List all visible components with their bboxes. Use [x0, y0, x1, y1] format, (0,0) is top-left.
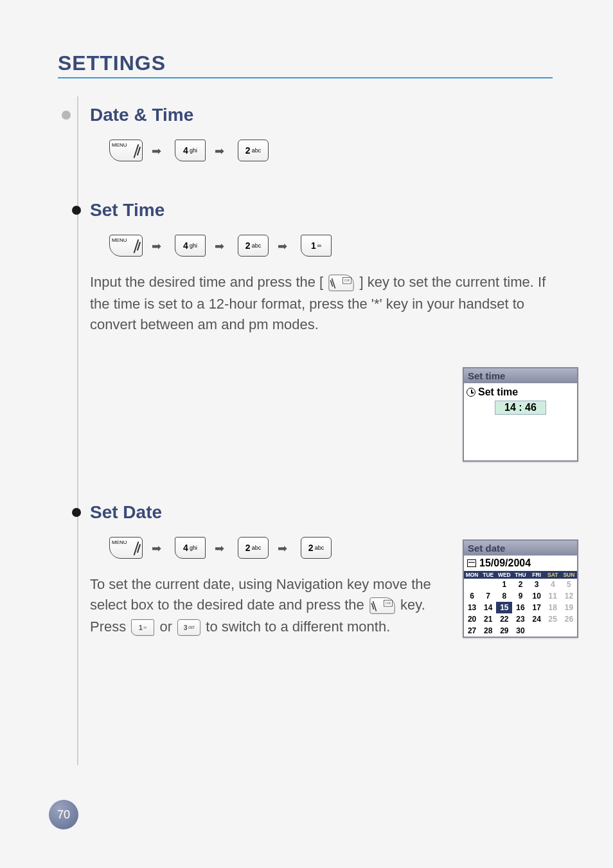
calendar-cell [464, 579, 480, 590]
calendar-cell: 2 [512, 579, 528, 590]
set-time-screenshot: Set time Set time 14 : 46 [463, 367, 578, 462]
calendar-cell: 17 [529, 602, 545, 613]
calendar-cell: 12 [561, 590, 577, 602]
dow-cell: FRI [529, 571, 545, 579]
calendar-cell: 1 [496, 579, 512, 590]
section-title-date-time: Date & Time [90, 105, 572, 125]
arrow-icon [152, 146, 166, 155]
calendar-cell: 20 [464, 613, 480, 625]
bullet-icon [72, 508, 81, 517]
calendar-cell: 8 [496, 590, 512, 602]
header-underline [58, 77, 553, 78]
calendar-cell: 30 [512, 625, 528, 637]
dow-cell: TUE [480, 571, 496, 579]
page-title: SETTINGS [58, 51, 166, 79]
section-title-set-date: Set Date [90, 502, 572, 523]
section-set-date: Set Date MENU 4ghi 2abc 2abc To set the [58, 502, 572, 638]
ok-key-icon: OK [369, 597, 395, 614]
menu-key-label: MENU [112, 237, 127, 243]
calendar-cell: 3 [529, 579, 545, 590]
set-time-text-1: Input the desired time and press the [ [90, 274, 323, 290]
calendar-cell: 29 [496, 625, 512, 637]
page-number: 70 [49, 800, 78, 829]
menu-key-label: MENU [112, 539, 127, 545]
calendar-cell: 22 [496, 613, 512, 625]
dow-cell: SUN [561, 571, 577, 579]
calendar-cell: 24 [529, 613, 545, 625]
calendar-cell [545, 625, 561, 637]
calendar-cell: 23 [512, 613, 528, 625]
arrow-icon [215, 543, 229, 552]
arrow-icon [215, 146, 229, 155]
key-2: 2abc [238, 235, 269, 257]
date-heading: 15/09/2004 [479, 557, 531, 569]
page-content: SETTINGS Date & Time MENU 4ghi 2abc Set … [58, 51, 572, 638]
calendar-cell: 13 [464, 602, 480, 613]
time-value: 14 : 46 [495, 401, 546, 415]
menu-key-label: MENU [112, 142, 127, 148]
bullet-icon [72, 206, 81, 215]
calendar-cell: 6 [464, 590, 480, 602]
calendar-cell: 19 [561, 602, 577, 613]
phone-screen-set-time: Set time Set time 14 : 46 [463, 367, 578, 462]
key-2: 2abc [238, 140, 269, 161]
calendar-grid: 1234567891011121314151617181920212223242… [464, 579, 577, 637]
screen-heading: Set time [478, 386, 518, 398]
screen-heading-row: Set time [466, 386, 574, 398]
calendar-cell: 27 [464, 625, 480, 637]
set-date-text-4: to switch to a different month. [206, 619, 390, 635]
dow-cell: THU [512, 571, 528, 579]
menu-key-icon: MENU [109, 140, 143, 161]
section-set-time: Set Time MENU 4ghi 2abc 1∞ Input the des… [58, 200, 572, 335]
calendar-cell: 28 [480, 625, 496, 637]
key-1: 1∞ [301, 235, 332, 257]
calendar-cell: 26 [561, 613, 577, 625]
menu-key-icon: MENU [109, 235, 143, 257]
key-sequence-set-time: MENU 4ghi 2abc 1∞ [90, 235, 572, 257]
calendar-cell [529, 625, 545, 637]
clock-icon [466, 388, 475, 397]
key-4: 4ghi [175, 140, 206, 161]
calendar-cell: 16 [512, 602, 528, 613]
calendar-cell: 25 [545, 613, 561, 625]
screen-titlebar: Set time [464, 368, 577, 383]
key-sequence-date-time: MENU 4ghi 2abc [90, 140, 572, 161]
calendar-cell: 7 [480, 590, 496, 602]
date-heading-row: 15/09/2004 [464, 556, 577, 571]
section-title-set-time: Set Time [90, 200, 572, 221]
key-4: 4ghi [175, 235, 206, 257]
key-2: 2abc [301, 537, 332, 559]
set-time-body: Input the desired time and press the [ O… [90, 272, 572, 335]
calendar-cell: 9 [512, 590, 528, 602]
calendar-cell: 5 [561, 579, 577, 590]
section-date-time: Date & Time MENU 4ghi 2abc [58, 105, 572, 161]
phone-screen-set-date: Set date 15/09/2004 MONTUEWEDTHUFRISATSU… [463, 539, 578, 638]
calendar-cell: 15 [496, 602, 512, 613]
dow-cell: MON [464, 571, 480, 579]
arrow-icon [278, 543, 292, 552]
arrow-icon [152, 543, 166, 552]
ok-key-icon: OK [329, 275, 354, 291]
dow-row: MONTUEWEDTHUFRISATSUN [464, 571, 577, 579]
screen-titlebar: Set date [464, 541, 577, 556]
arrow-icon [215, 241, 229, 250]
calendar-icon [467, 559, 476, 567]
key-1: 1∞ [131, 619, 154, 636]
set-date-screenshot: Set date 15/09/2004 MONTUEWEDTHUFRISATSU… [463, 539, 578, 638]
arrow-icon [278, 241, 292, 250]
calendar-cell [561, 625, 577, 637]
menu-key-icon: MENU [109, 537, 143, 559]
calendar-cell [480, 579, 496, 590]
calendar-cell: 14 [480, 602, 496, 613]
header: SETTINGS [58, 51, 572, 79]
key-4: 4ghi [175, 537, 206, 559]
calendar-cell: 11 [545, 590, 561, 602]
arrow-icon [152, 241, 166, 250]
key-2: 2abc [238, 537, 269, 559]
calendar-cell: 4 [545, 579, 561, 590]
calendar-cell: 10 [529, 590, 545, 602]
dow-cell: SAT [545, 571, 561, 579]
bullet-icon [62, 111, 71, 120]
set-date-text-3: or [159, 619, 176, 635]
dow-cell: WED [496, 571, 512, 579]
